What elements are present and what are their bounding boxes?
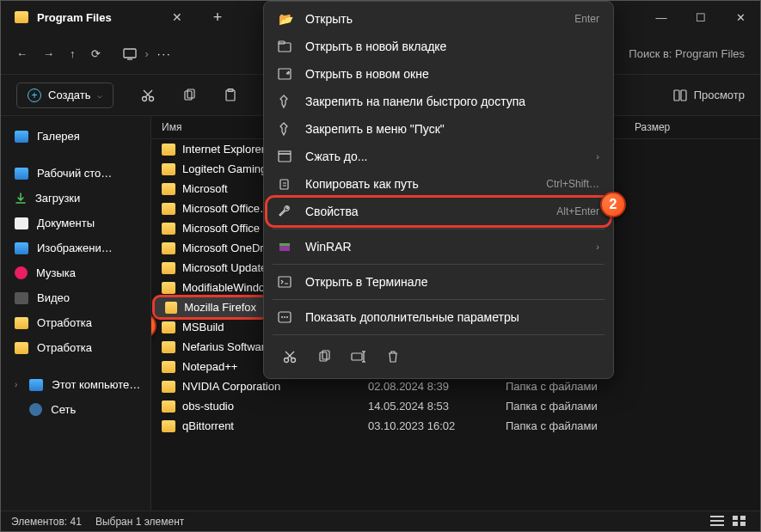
svg-rect-23 (279, 151, 291, 154)
file-name: Microsoft Office… (182, 202, 271, 215)
file-name: Microsoft (182, 182, 228, 195)
svg-point-34 (285, 358, 289, 363)
menu-show-more[interactable]: Показать дополнительные параметры (267, 303, 610, 331)
sidebar-music[interactable]: Музыка (9, 261, 142, 284)
minimize-button[interactable]: — (641, 1, 681, 34)
svg-point-33 (286, 316, 288, 318)
folder-icon (162, 183, 175, 195)
sidebar-network[interactable]: ›Сеть (9, 398, 142, 421)
sidebar-downloads[interactable]: Загрузки (9, 187, 142, 210)
menu-label: Закрепить на панели быстрого доступа (305, 95, 525, 108)
svg-rect-15 (733, 516, 738, 520)
menu-separator (273, 264, 605, 265)
menu-label: Закрепить в меню "Пуск" (305, 122, 445, 136)
folder-open-icon: 📂 (278, 12, 293, 26)
forward-button[interactable]: → (43, 47, 54, 60)
window-controls: — ☐ ✕ (641, 1, 760, 34)
svg-rect-0 (124, 49, 136, 58)
folder-icon (162, 223, 175, 235)
list-item[interactable]: obs-studio14.05.2024 8:53Папка с файлами (151, 396, 760, 416)
tab[interactable]: Program Files ✕ (13, 1, 187, 34)
cut-icon[interactable] (274, 344, 305, 370)
menu-open-tab[interactable]: Открыть в новой вкладке (267, 33, 610, 60)
sidebar-thispc[interactable]: ›Этот компьюте… (9, 373, 142, 396)
sidebar-pictures[interactable]: Изображени… (9, 236, 142, 260)
selection-count: Выбран 1 элемент (95, 516, 184, 528)
column-size[interactable]: Размер (635, 121, 686, 133)
menu-terminal[interactable]: Открыть в Терминале (267, 268, 610, 296)
refresh-button[interactable]: ⟳ (91, 47, 101, 60)
menu-pin-quick[interactable]: Закрепить на панели быстрого доступа (267, 88, 610, 115)
archive-icon (278, 150, 293, 162)
menu-label: Открыть (305, 12, 353, 26)
maximize-button[interactable]: ☐ (681, 1, 721, 34)
menu-pin-start[interactable]: Закрепить в меню "Пуск" (267, 115, 610, 143)
pin-icon (278, 95, 293, 108)
search-placeholder[interactable]: Поиск в: Program Files (629, 47, 745, 60)
sidebar-desktop[interactable]: Рабочий сто… (9, 162, 142, 185)
sidebar-item-label: Сеть (51, 403, 76, 416)
menu-properties[interactable]: СвойстваAlt+Enter (267, 198, 610, 225)
copy-icon[interactable] (182, 89, 215, 102)
menu-shortcut: Ctrl+Shift… (546, 178, 599, 190)
view-button[interactable]: Просмотр (673, 89, 745, 101)
list-item[interactable]: NVIDIA Corporation02.08.2024 8:39Папка с… (151, 376, 760, 396)
menu-winrar[interactable]: WinRAR› (267, 233, 610, 260)
tab-title: Program Files (37, 11, 112, 24)
new-tab-button[interactable]: + (213, 9, 223, 27)
more-icon (278, 311, 293, 323)
copy-path-icon (278, 177, 293, 191)
sidebar-gallery[interactable]: Галерея (9, 125, 142, 148)
create-label: Создать (48, 89, 90, 101)
file-date: 14.05.2024 8:53 (368, 400, 506, 413)
svg-rect-28 (279, 243, 290, 246)
svg-rect-29 (279, 277, 291, 287)
delete-icon[interactable] (377, 344, 408, 370)
back-button[interactable]: ← (16, 47, 28, 60)
list-item[interactable]: qBittorrent03.10.2023 16:02Папка с файла… (151, 416, 760, 436)
download-icon (15, 193, 27, 205)
menu-compress[interactable]: Сжать до...› (267, 143, 610, 170)
monitor-icon (123, 48, 137, 60)
cut-icon[interactable] (141, 89, 174, 102)
menu-open[interactable]: 📂ОткрытьEnter (267, 5, 610, 33)
item-count: Элементов: 41 (11, 516, 82, 528)
sidebar: Галерея Рабочий сто… Загрузки Документы … (1, 116, 151, 511)
path-more-icon[interactable]: ··· (157, 47, 172, 60)
winrar-icon (278, 241, 293, 253)
tiles-view-icon[interactable] (731, 514, 750, 529)
callout-badge-2: 2 (600, 192, 626, 217)
chevron-right-icon: › (145, 47, 149, 60)
sidebar-video[interactable]: Видео (9, 286, 142, 309)
up-button[interactable]: ↑ (70, 47, 76, 60)
file-name: MSBuild (182, 321, 224, 333)
close-tab-icon[interactable]: ✕ (172, 10, 182, 24)
copy-icon[interactable] (309, 344, 340, 370)
svg-rect-22 (279, 154, 291, 162)
sidebar-item-label: Видео (37, 291, 70, 304)
video-icon (15, 292, 28, 304)
menu-open-window[interactable]: Открыть в новом окне (267, 60, 610, 88)
paste-icon[interactable] (224, 89, 256, 102)
menu-copy-path[interactable]: Копировать как путьCtrl+Shift… (267, 170, 610, 198)
rename-icon[interactable] (343, 344, 374, 370)
menu-label: WinRAR (305, 240, 352, 254)
details-view-icon[interactable] (709, 514, 727, 529)
chevron-right-icon: › (15, 380, 17, 389)
sidebar-item-label: Отработка (37, 341, 92, 354)
file-type: Папка с файлами (506, 380, 635, 393)
address-bar[interactable]: › ··· (123, 47, 172, 60)
gallery-icon (15, 131, 28, 143)
pin-start-icon (278, 122, 293, 136)
list-item-selected[interactable]: Mozilla Firefox (155, 297, 267, 317)
sidebar-folder-2[interactable]: Отработка (9, 336, 142, 359)
create-button[interactable]: + Создать ⌵ (16, 83, 114, 108)
close-button[interactable]: ✕ (721, 1, 760, 34)
folder-icon (162, 242, 175, 254)
view-icon (673, 89, 687, 101)
menu-label: Открыть в новой вкладке (305, 40, 446, 53)
svg-point-31 (281, 316, 283, 318)
menu-label: Свойства (305, 205, 358, 218)
sidebar-documents[interactable]: Документы (9, 211, 142, 235)
sidebar-folder-1[interactable]: Отработка (9, 311, 142, 334)
